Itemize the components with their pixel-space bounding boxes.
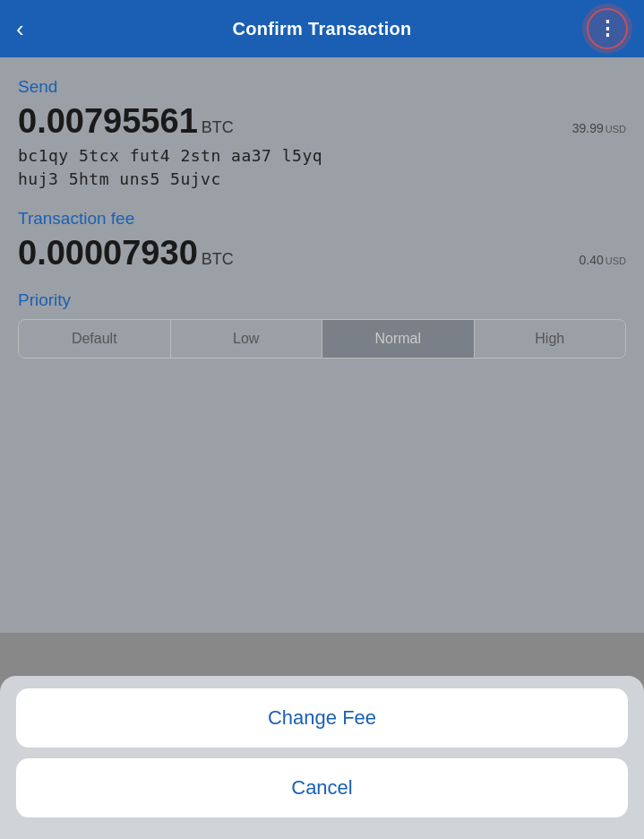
fee-usd-container: 0.40USD [580, 252, 626, 268]
fee-amount: 0.00007930 [18, 234, 198, 272]
priority-tab-low[interactable]: Low [171, 320, 323, 358]
send-unit: BTC [202, 118, 234, 136]
page-title: Confirm Transaction [232, 19, 411, 39]
send-usd-value: 39.99 [572, 121, 604, 135]
fee-label: Transaction fee [18, 209, 626, 229]
priority-tabs: Default Low Normal High [18, 319, 626, 359]
send-amount-container: 0.00795561BTC [18, 102, 234, 141]
priority-tab-default[interactable]: Default [19, 320, 171, 358]
send-usd-label: USD [605, 124, 626, 134]
back-button[interactable]: ‹ [16, 15, 24, 43]
send-amount: 0.00795561 [18, 102, 198, 140]
send-amount-row: 0.00795561BTC 39.99USD [18, 102, 626, 141]
fee-usd-label: USD [605, 255, 626, 266]
send-label: Send [18, 77, 626, 97]
priority-label: Priority [18, 290, 626, 310]
bottom-sheet: Change Fee Cancel [0, 676, 644, 839]
priority-section: Priority Default Low Normal High [18, 290, 626, 359]
fee-section: Transaction fee 0.00007930BTC 0.40USD [18, 209, 626, 272]
send-address: bc1qy 5tcx fut4 2stn aa37 l5yq huj3 5htm… [18, 144, 626, 191]
header: ‹ Confirm Transaction [0, 0, 644, 57]
fee-usd-value: 0.40 [580, 253, 604, 267]
cancel-button[interactable]: Cancel [16, 758, 628, 817]
menu-button[interactable] [587, 8, 628, 49]
priority-tab-high[interactable]: High [475, 320, 626, 358]
fee-amount-container: 0.00007930BTC [18, 234, 234, 272]
change-fee-button[interactable]: Change Fee [16, 688, 628, 748]
priority-tab-normal[interactable]: Normal [322, 320, 475, 358]
content-area: Send 0.00795561BTC 39.99USD bc1qy 5tcx f… [0, 57, 644, 633]
fee-unit: BTC [202, 250, 234, 268]
fee-amount-row: 0.00007930BTC 0.40USD [18, 234, 626, 272]
send-section: Send 0.00795561BTC 39.99USD bc1qy 5tcx f… [18, 77, 626, 191]
send-usd-container: 39.99USD [572, 120, 626, 136]
